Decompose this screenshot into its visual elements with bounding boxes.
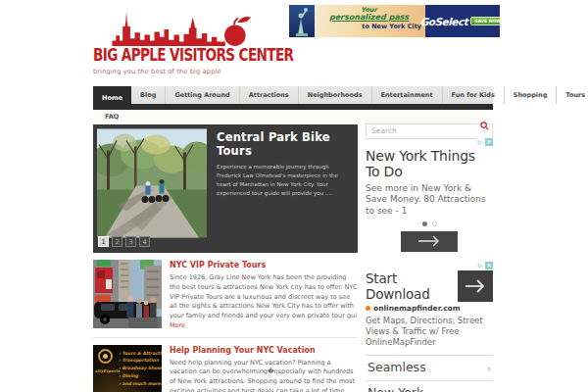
goselect-brand: GoSelect: [420, 16, 467, 27]
adchoices-icon[interactable]: ▷: [476, 262, 484, 270]
ad-download[interactable]: ▷ ✕ Start Download onlinemapfinder.com: [366, 262, 493, 347]
header: BIG APPLE VISITORS CENTER bringing you t…: [0, 0, 588, 86]
ad-carousel-dots: [366, 221, 493, 226]
cityexperts-service-list: Tours & Attractions Transportation Broad…: [119, 350, 162, 388]
link-label: Seamless: [368, 361, 448, 375]
site-title: BIG APPLE VISITORS CENTER: [93, 45, 250, 65]
slider-pagination: 1 2 3 4: [98, 236, 150, 247]
ad-close-icon[interactable]: ✕: [485, 262, 493, 270]
list-item: Dining: [119, 372, 162, 380]
sidebar-link-list: Seamless › New York Central Park ›: [366, 355, 493, 392]
nav-item-home[interactable]: Home: [93, 86, 131, 110]
slider-page-4[interactable]: 4: [139, 236, 150, 247]
ad-close-icon[interactable]: ✕: [485, 138, 493, 146]
article-title[interactable]: Help Planning Your NYC Vacation: [170, 346, 358, 355]
ad-domain-row: onlinemapfinder.com: [366, 304, 493, 313]
featured-slider[interactable]: Central Park Bike Tours Experience a mem…: [93, 124, 358, 253]
ad-download-row: Start Download: [366, 270, 493, 302]
nav-item-neighborhoods[interactable]: Neighborhoods: [299, 86, 372, 104]
search-box: [366, 119, 493, 134]
header-banner-ad[interactable]: Your personalized pass to New York City …: [289, 5, 500, 37]
excerpt-text: Need help planning your NYC vacation? Pl…: [170, 359, 355, 392]
main-nav: Home Blog Getting Around Attractions Nei…: [93, 86, 493, 110]
save-now-button[interactable]: SAVE NOW: [470, 17, 500, 25]
excerpt-text: Since 1926, Gray Line New York has been …: [170, 273, 357, 319]
sidebar-link-central-park[interactable]: New York Central Park ›: [366, 381, 493, 392]
site-logo[interactable]: BIG APPLE VISITORS CENTER bringing you t…: [93, 7, 289, 75]
nav-item-attractions[interactable]: Attractions: [240, 86, 299, 104]
cityexperts-brand: cityExperts: [95, 368, 120, 373]
list-item: Broadway Shows: [119, 365, 162, 372]
slider-page-3[interactable]: 3: [125, 236, 136, 247]
list-item: and much more...: [119, 380, 162, 388]
article-vip-tours: NYC VIP Private Tours Since 1926, Gray L…: [93, 253, 358, 338]
banner-ad-text: Your personalized pass to New York City: [315, 5, 425, 37]
nav-item-blog[interactable]: Blog: [131, 86, 166, 104]
more-link[interactable]: More: [170, 321, 185, 329]
central-park-photo: [97, 128, 207, 238]
statue-of-liberty-image: [289, 5, 315, 37]
nyc-skyline-apple-logo-icon: [93, 7, 274, 46]
nav-item-getting-around[interactable]: Getting Around: [166, 86, 239, 104]
slider-description: Experience a memorable journey through F…: [217, 163, 350, 198]
right-arrow-icon: [464, 279, 487, 293]
slider-caption: Central Park Bike Tours Experience a mem…: [213, 128, 354, 198]
site-tagline: bringing you the best of the big apple: [93, 68, 289, 75]
link-label: New York Central Park: [368, 386, 448, 392]
sidebar: ▷ ✕ New York Things To Do See more in Ne…: [366, 119, 493, 392]
ad-things-to-do[interactable]: ▷ ✕ New York Things To Do See more in Ne…: [366, 138, 493, 252]
ad-next-button[interactable]: [401, 231, 458, 252]
nav-item-entertainment[interactable]: Entertainment: [372, 86, 443, 104]
nav-item-faq[interactable]: FAQ: [93, 113, 119, 121]
page: BIG APPLE VISITORS CENTER bringing you t…: [0, 0, 588, 392]
carousel-dot-active[interactable]: [422, 221, 427, 226]
nav-item-shopping[interactable]: Shopping: [505, 86, 558, 104]
ad-body: Get Maps, Directions, Street Views & Tra…: [366, 316, 493, 347]
search-input[interactable]: [366, 123, 493, 139]
banner-line2: personalized pass: [317, 14, 421, 23]
banner-brand-area: GoSelect SAVE NOW: [425, 5, 500, 37]
list-item: Transportation: [119, 357, 162, 365]
banner-line3: to New York City: [317, 24, 421, 30]
nav-item-tours[interactable]: Tours: [557, 86, 588, 104]
article-title[interactable]: NYC VIP Private Tours: [170, 261, 358, 270]
slider-page-1[interactable]: 1: [98, 236, 109, 247]
adchoices: ▷ ✕: [476, 138, 493, 146]
content: Central Park Bike Tours Experience a mem…: [93, 124, 493, 392]
download-arrow-button[interactable]: [458, 270, 493, 302]
cityexperts-logo-icon: [98, 349, 113, 364]
right-arrow-icon: [416, 235, 442, 247]
ad-title[interactable]: Start Download: [366, 270, 452, 302]
cityexperts-thumbnail[interactable]: cityExperts Tours & Attractions Transpor…: [93, 345, 162, 392]
article-excerpt: Since 1926, Gray Line New York has been …: [170, 273, 358, 331]
ad-title[interactable]: New York Things To Do: [366, 148, 493, 179]
main-column: Central Park Bike Tours Experience a mem…: [93, 124, 358, 392]
chevron-right-icon: ›: [487, 364, 491, 373]
ad-body: See more in New York & Save Money. 80 At…: [366, 183, 493, 217]
search-icon[interactable]: [480, 122, 489, 130]
adchoices-icon[interactable]: ▷: [476, 138, 484, 146]
ad-domain[interactable]: onlinemapfinder.com: [373, 304, 461, 313]
slider-page-2[interactable]: 2: [112, 236, 122, 247]
sidebar-link-seamless[interactable]: Seamless ›: [366, 356, 493, 381]
adchoices: ▷ ✕: [476, 262, 493, 270]
article-body: Help Planning Your NYC Vacation Need hel…: [170, 345, 358, 392]
orange-dot-icon: [366, 306, 370, 311]
article-vacation-planning: cityExperts Tours & Attractions Transpor…: [93, 338, 358, 392]
times-square-thumbnail[interactable]: [93, 260, 162, 328]
list-item: Tours & Attractions: [119, 350, 162, 358]
article-excerpt: Need help planning your NYC vacation? Pl…: [170, 359, 358, 392]
nav-item-fun-for-kids[interactable]: Fun for Kids: [443, 86, 505, 104]
carousel-dot[interactable]: [432, 221, 437, 226]
article-body: NYC VIP Private Tours Since 1926, Gray L…: [170, 260, 358, 331]
slider-title[interactable]: Central Park Bike Tours: [217, 130, 350, 158]
